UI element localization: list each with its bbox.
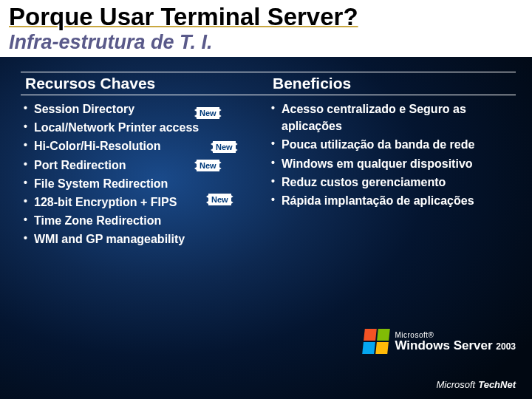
bullet-icon: • [271,155,282,170]
features-list: •Session Directory •Local/Network Printe… [21,100,268,249]
list-item: •Local/Network Printer access [24,118,268,137]
content-area: Recursos Chaves •Session Directory •Loca… [0,57,532,249]
bullet-icon: • [271,100,282,115]
windows-server-2003-logo: Microsoft® Windows Server 2003 [364,329,516,354]
new-badge: New [197,160,219,171]
list-item: •Rápida implantação de aplicações [271,191,516,210]
slide-subtitle: Infra-estrutura de T. I. [9,32,523,52]
technet-text: TechNet [478,379,516,390]
bullet-icon: • [24,194,34,208]
logo-product: Windows Server 2003 [395,339,516,352]
new-badge: New [208,194,231,205]
new-badge: New [197,107,219,119]
windows-flag-icon [363,329,391,354]
technet-ms: Microsoft [436,379,475,390]
bullet-icon: • [271,192,282,207]
bullet-icon: • [24,175,34,190]
bullet-icon: • [24,137,34,152]
benefits-list: •Acesso centralizado e Seguro as aplicaç… [268,100,516,210]
footer-logos: Microsoft® Windows Server 2003 Microsoft… [364,329,516,390]
list-item: •Pouca utilização da banda de rede [271,135,516,154]
slide-title: Porque Usar Terminal Server? [9,4,523,30]
column-benefits: Beneficios •Acesso centralizado e Seguro… [268,72,516,249]
list-item: •Time Zone Redirection [24,211,268,230]
list-item: •Port Redirection [24,156,268,174]
list-item: •Windows em qualquer dispositivo [271,154,516,173]
technet-logo: Microsoft TechNet [364,379,516,390]
bullet-icon: • [24,212,34,227]
features-heading: Recursos Chaves [21,72,268,95]
list-item: •Reduz custos gerenciamento [271,173,516,191]
bullet-icon: • [271,174,282,188]
header: Porque Usar Terminal Server? Infra-estru… [0,0,532,57]
list-item: •Session Directory [24,100,268,118]
column-features: Recursos Chaves •Session Directory •Loca… [21,72,268,249]
benefits-heading: Beneficios [268,72,516,95]
list-item: •File System Redirection [24,174,268,193]
bullet-icon: • [24,157,34,171]
bullet-icon: • [24,231,34,245]
list-item: •Acesso centralizado e Seguro as aplicaç… [271,100,516,135]
bullet-icon: • [271,136,282,151]
bullet-icon: • [24,100,34,115]
bullet-icon: • [24,119,34,134]
new-badge: New [213,141,236,153]
list-item: •WMI and GP manageability [24,230,268,248]
